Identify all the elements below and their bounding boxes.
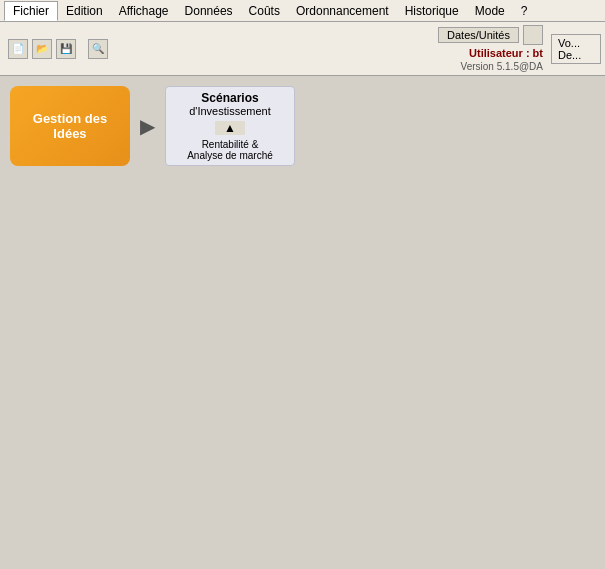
menubar-item-historique[interactable]: Historique bbox=[397, 2, 467, 20]
menubar-item-affichage[interactable]: Affichage bbox=[111, 2, 177, 20]
tab-dates-unites[interactable]: Dates/Unités bbox=[438, 27, 519, 43]
menubar-item-couts[interactable]: Coûts bbox=[241, 2, 288, 20]
menubar-item-edition[interactable]: Edition bbox=[58, 2, 111, 20]
toolbar-icon-open[interactable]: 📂 bbox=[32, 39, 52, 59]
toolbar-icon-settings[interactable] bbox=[523, 25, 543, 45]
menubar-item-fichier[interactable]: Fichier bbox=[4, 1, 58, 21]
user-info: Utilisateur : bt bbox=[469, 47, 543, 59]
rentabilite-label: Rentabilité &Analyse de marché bbox=[187, 139, 273, 161]
scenarios-subtitle: d'Investissement bbox=[189, 105, 271, 117]
arrow-right: ▶ bbox=[140, 86, 155, 166]
menubar: Fichier Edition Affichage Données Coûts … bbox=[0, 0, 605, 22]
toolbar-icon-save[interactable]: 💾 bbox=[56, 39, 76, 59]
menubar-item-ordonnancement[interactable]: Ordonnancement bbox=[288, 2, 397, 20]
scenarios-icon: ▲ bbox=[215, 121, 245, 135]
messages-text: Vo...De... bbox=[558, 37, 594, 61]
menubar-item-donnees[interactable]: Données bbox=[177, 2, 241, 20]
toolbar-icon-search[interactable]: 🔍 bbox=[88, 39, 108, 59]
menubar-item-aide[interactable]: ? bbox=[513, 2, 536, 20]
menubar-item-mode[interactable]: Mode bbox=[467, 2, 513, 20]
toolbar: 📄 📂 💾 🔍 Dates/Unités Utilisateur : bt Ve… bbox=[0, 22, 605, 76]
scenarios-box: Scénarios d'Investissement ▲ Rentabilité… bbox=[165, 86, 295, 166]
scenarios-title: Scénarios bbox=[201, 91, 258, 105]
app-content: 📄 📂 💾 🔍 Dates/Unités Utilisateur : bt Ve… bbox=[0, 22, 605, 569]
user-label: Utilisateur : bt bbox=[469, 47, 543, 59]
version-label: Version 5.1.5@DA bbox=[461, 61, 543, 72]
main-content: Gestion desIdées ▶ Scénarios d'Investiss… bbox=[0, 76, 605, 176]
toolbar-icon-new[interactable]: 📄 bbox=[8, 39, 28, 59]
gestion-idees-box: Gestion desIdées bbox=[10, 86, 130, 166]
gestion-idees-label: Gestion desIdées bbox=[33, 111, 107, 141]
messages-panel: Vo...De... bbox=[551, 34, 601, 64]
